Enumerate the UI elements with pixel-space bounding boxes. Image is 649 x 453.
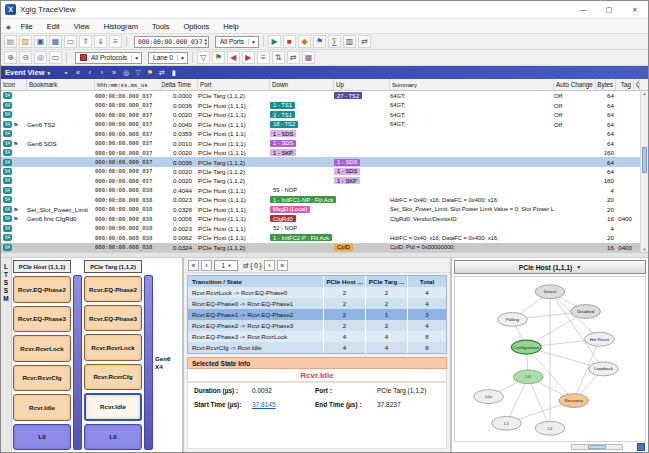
ltssm-state-rcvr-eq-phase3[interactable]: Rcvr.EQ-Phase3 <box>13 306 71 333</box>
lane-dropdown[interactable]: Lane 0 ▼ <box>148 52 188 64</box>
scroll-down-icon[interactable]: ▼ <box>643 247 647 252</box>
next-button[interactable]: › <box>264 260 275 271</box>
cascade-icon[interactable]: ⇄ <box>358 35 371 48</box>
goto-first-button[interactable]: « <box>188 260 199 271</box>
event-row[interactable]: 64000:00:00.000_0380.4044PCIe Host (1,1,… <box>1 186 640 195</box>
ltssm-state-l0[interactable]: L0 <box>84 424 142 450</box>
prev-event-icon[interactable]: ‹ <box>85 69 95 77</box>
event-row[interactable]: 64⚑Gen6 TS2000:00:00.000_0370.0040PCIe H… <box>1 119 640 128</box>
transition-row[interactable]: Rcvr.EQ-Phase0 -> Rcvr.EQ-Phase1224 <box>188 298 446 309</box>
event-view-tab[interactable]: Event View ▾ <box>5 68 50 77</box>
compare-icon[interactable]: ⇄ <box>287 51 300 64</box>
transition-row[interactable]: Rcvr.EQ-Phase2 -> Rcvr.EQ-Phase3224 <box>188 320 446 331</box>
open-folder-icon[interactable]: ▨ <box>19 35 32 48</box>
ports-dropdown[interactable]: All Ports ▼ <box>215 36 259 48</box>
zoom-fit-icon[interactable]: ◎ <box>34 51 47 64</box>
stop-capture-icon[interactable]: ■ <box>283 35 296 48</box>
diagram-node-configuration[interactable]: Configuration <box>511 340 541 354</box>
event-row[interactable]: 64⚑Gen6 SDS000:00:00.000_0370.0010PCIe H… <box>1 138 640 147</box>
menu-tools[interactable]: Tools <box>145 22 177 31</box>
event-row[interactable]: 64000:00:00.000_0380.0023PCIe Host (1,1,… <box>1 224 640 233</box>
column-header-port[interactable]: Port <box>198 79 270 90</box>
diagram-node-hot-reset[interactable]: Hot Reset <box>585 332 615 346</box>
transition-row[interactable]: Rcvr.RcvrLock -> Rcvr.EQ-Phase0224 <box>188 287 446 298</box>
goto-last-button[interactable]: » <box>277 260 288 271</box>
scroll-up-icon[interactable]: ▲ <box>643 91 647 96</box>
zoom-in-icon[interactable]: ⊕ <box>4 51 17 64</box>
transition-index-field[interactable]: 1 ▾ <box>214 260 238 271</box>
column-header-bookmark[interactable]: Bookmark <box>27 79 95 90</box>
zoom-out-icon[interactable]: ⊖ <box>19 51 32 64</box>
transitions-column-pcie-targ[interactable]: PCIe Targ ... <box>366 276 408 287</box>
diagram-nav-button[interactable] <box>637 443 645 451</box>
pin-icon[interactable]: ▪ <box>61 69 71 77</box>
transition-row[interactable]: Rcvr.RcvrCfg -> Rcvr.Idle448 <box>188 342 446 353</box>
transitions-column-transition-state[interactable]: Transition / State <box>188 276 324 287</box>
diagram-node-recovery[interactable]: Recovery <box>559 394 589 408</box>
save-icon[interactable]: ▣ <box>34 35 47 48</box>
column-header-delta-time[interactable]: Delta Time <box>162 79 198 90</box>
scrollbar-thumb[interactable] <box>642 147 647 173</box>
ltssm-state-rcvr-rcvrlock[interactable]: Rcvr.RcvrLock <box>84 334 142 360</box>
ltssm-port-header[interactable]: PCIe Host (1,1,1) <box>13 260 71 273</box>
event-table-scrollbar[interactable]: ▲ ▼ <box>640 91 648 252</box>
column-header-down[interactable]: Down <box>270 79 334 90</box>
menu-view[interactable]: View <box>67 22 97 31</box>
diagram-node-polling[interactable]: Polling <box>498 312 528 326</box>
bookmark-icon[interactable]: ⚑ <box>212 51 225 64</box>
event-row[interactable]: 64000:00:00.000_0370.0000PCIe Targ (1,1,… <box>1 91 640 100</box>
event-row[interactable]: 64⚑Gen6 first CfgRd0000:00:00.000_0380.0… <box>1 214 640 223</box>
trigger-icon[interactable]: ◆ <box>298 35 311 48</box>
save-all-icon[interactable]: ▦ <box>49 35 62 48</box>
ltssm-state-rcvr-rcvrlock[interactable]: Rcvr.RcvrLock <box>13 335 71 362</box>
time-display-field[interactable]: 000:00:00.000_037 ▲▼ <box>134 36 209 48</box>
lock-icon[interactable]: ▮ <box>169 69 179 77</box>
transition-row[interactable]: Rcvr.EQ-Phase3 -> Rcvr.RcvrLock448 <box>188 331 446 342</box>
event-row[interactable]: 64000:00:00.000_0380.0062PCIe Host (1,1,… <box>1 233 640 242</box>
diagram-node-detect[interactable]: Detect <box>535 285 565 299</box>
ltssm-state-rcvr-idle[interactable]: Rcvr.Idle <box>84 393 142 421</box>
diagram-node-l0s[interactable]: L0s <box>474 390 504 404</box>
event-row[interactable]: 64000:00:00.000_0370.0020PCIe Targ (1,1,… <box>1 176 640 185</box>
prev-error-icon[interactable]: ◀ <box>227 51 240 64</box>
ltssm-state-rcvr-idle[interactable]: Rcvr.Idle <box>13 394 71 421</box>
diagram-hscrollbar[interactable] <box>571 444 623 450</box>
print-icon[interactable]: ▭ <box>64 35 77 48</box>
goto-last-icon[interactable]: » <box>109 69 119 77</box>
column-header-icon[interactable]: Icon <box>1 79 27 90</box>
event-row[interactable]: 64⚑Set_Slot_Power_Limit000:00:00.000_038… <box>1 205 640 214</box>
event-row[interactable]: 64000:00:00.000_0370.0020PCIe Host (1,1,… <box>1 148 640 157</box>
state-diagram-header[interactable]: PCIe Host (1,1,1) ▼ <box>454 260 646 274</box>
new-file-icon[interactable]: ▤ <box>4 35 17 48</box>
import-icon[interactable]: ⇓ <box>94 35 107 48</box>
ltssm-state-rcvr-eq-phase2[interactable]: Rcvr.EQ-Phase2 <box>13 276 71 303</box>
next-error-icon[interactable]: ▶ <box>242 51 255 64</box>
transitions-column-total[interactable]: Total <box>408 276 446 287</box>
column-header-hhh-mm-ss-ms-us[interactable]: hhh:mm:ss.ms_us <box>95 79 162 90</box>
filter-icon[interactable]: ▽ <box>133 69 143 77</box>
goto-first-icon[interactable]: « <box>73 69 83 77</box>
ltssm-state-rcvr-rcvrcfg[interactable]: Rcvr.RcvrCfg <box>84 364 142 390</box>
settings-icon[interactable]: ≡ <box>109 35 122 48</box>
ltssm-state-l0[interactable]: L0 <box>13 424 71 451</box>
menu-edit[interactable]: Edit <box>40 22 67 31</box>
event-row[interactable]: 64000:00:00.000_0380.0023PCIe Host (1,1,… <box>1 195 640 204</box>
bookmark-icon[interactable]: ⚑ <box>145 69 155 77</box>
histogram-icon[interactable]: ▦ <box>302 51 315 64</box>
sync-icon[interactable]: ⇄ <box>157 69 167 77</box>
next-event-icon[interactable]: › <box>97 69 107 77</box>
event-row[interactable]: 64000:00:00.000_0370.0020PCIe Host (1,1,… <box>1 110 640 119</box>
ltssm-state-rcvr-eq-phase3[interactable]: Rcvr.EQ-Phase3 <box>84 305 142 331</box>
column-header-bytes[interactable]: Bytes <box>596 79 616 90</box>
column-header-tag[interactable]: Tag <box>616 79 634 90</box>
column-header-up[interactable]: Up <box>334 79 390 90</box>
maximize-button[interactable]: ▢ <box>596 1 622 18</box>
menu-file[interactable]: File <box>14 22 40 31</box>
report-icon[interactable]: ▥ <box>343 35 356 48</box>
menu-options[interactable]: Options <box>176 22 216 31</box>
event-row[interactable]: 64000:00:00.000_0370.0020PCIe Targ (1,1,… <box>1 167 640 176</box>
time-spinner[interactable]: ▲▼ <box>204 38 206 46</box>
close-button[interactable]: ✕ <box>622 1 648 18</box>
run-capture-icon[interactable]: ▶ <box>268 35 281 48</box>
zoom-region-icon[interactable]: ▭ <box>49 51 62 64</box>
